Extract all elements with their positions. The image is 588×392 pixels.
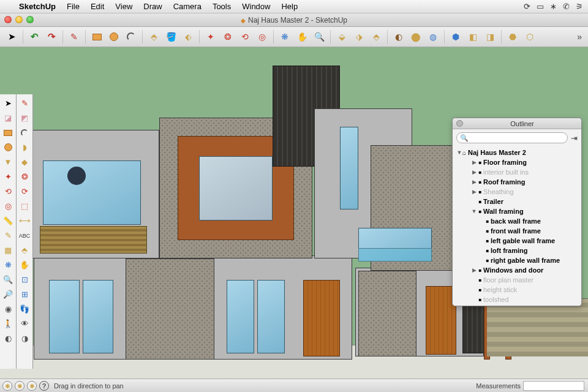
line-tool-button[interactable]: ✎ — [66, 29, 82, 45]
tree-node[interactable]: ▶■interior built ins — [456, 167, 578, 177]
tree-node[interactable]: ▶■Roof framing — [456, 177, 578, 187]
p2-look-button[interactable]: 👁 — [18, 317, 32, 331]
tree-node[interactable]: ■floor plan master — [456, 275, 578, 285]
p1-rect-button[interactable] — [1, 126, 15, 140]
tool-button-2[interactable]: ⬗ — [351, 29, 367, 45]
app-name-menu[interactable]: SketchUp — [13, 2, 61, 11]
tool-button-7[interactable]: ⬢ — [448, 29, 464, 45]
p1-text-button[interactable]: ✎ — [1, 228, 15, 243]
outliner-search-input[interactable] — [456, 132, 568, 143]
p1-move-button[interactable]: ✦ — [1, 170, 15, 184]
menu-file[interactable]: File — [61, 2, 85, 11]
p2-pushpull-button[interactable]: ❂ — [18, 170, 32, 184]
disclosure-icon[interactable]: ▼ — [471, 208, 477, 214]
p2-zoomext-button[interactable]: ⊞ — [18, 287, 32, 301]
tree-node[interactable]: ▼■Wall framing — [456, 206, 578, 216]
disclosure-icon[interactable]: ▼ — [456, 149, 462, 156]
menu-draw[interactable]: Draw — [138, 2, 167, 11]
disclosure-icon[interactable]: ▶ — [471, 159, 477, 165]
p1-section-button[interactable]: ◐ — [1, 331, 15, 345]
zoom-button[interactable] — [26, 16, 34, 23]
tree-node[interactable]: ▶■Sheathing — [456, 187, 578, 197]
arc-tool-button[interactable] — [123, 29, 139, 45]
tree-node[interactable]: ■height stick — [456, 285, 578, 295]
p1-polygon-button[interactable]: ▼ — [1, 155, 15, 169]
p1-tape-button[interactable]: 📏 — [1, 214, 15, 228]
tree-node[interactable]: ■back wall frame — [456, 216, 578, 226]
menu-help[interactable]: Help — [276, 2, 303, 11]
redo-button[interactable]: ↷ — [43, 29, 59, 45]
tree-node[interactable]: ■Trailer — [456, 197, 578, 206]
p1-eraser-button[interactable]: ◪ — [1, 111, 15, 125]
minimize-button[interactable] — [15, 16, 23, 23]
disclosure-icon[interactable]: ▶ — [471, 169, 477, 175]
tree-root[interactable]: ▼ ⌂ Naj Haus Master 2 — [456, 148, 578, 157]
rotate-tool-button[interactable]: ✦ — [203, 29, 219, 45]
p1-camera-button[interactable]: ◉ — [1, 302, 15, 316]
p2-followme-button[interactable]: ⟳ — [18, 184, 32, 198]
wifi-icon[interactable]: ⚞ — [576, 2, 583, 11]
pan-tool-button[interactable]: ✋ — [294, 29, 310, 45]
disclosure-icon[interactable]: ▶ — [471, 267, 477, 273]
p1-prev-button[interactable]: 🔎 — [1, 287, 15, 301]
tool-button-6[interactable]: ◍ — [425, 29, 441, 45]
p1-orbit-button[interactable]: ❋ — [1, 258, 15, 272]
model-viewport[interactable]: ➤ ◪ ▼ ✦ ⟲ ◎ 📏 ✎ ▦ ❋ 🔍 🔎 ◉ 🚶 ◐ ✎ ◩ ◗ ◆ ❂ … — [0, 47, 588, 379]
follow-me-button[interactable]: ❂ — [220, 29, 236, 45]
p2-position-button[interactable]: 👣 — [18, 302, 32, 316]
p2-scale-button[interactable]: ⬚ — [18, 199, 32, 213]
select-tool-button[interactable]: ➤ — [4, 29, 20, 45]
p2-arc-button[interactable] — [18, 126, 32, 140]
tool-button-4[interactable]: ◐ — [391, 29, 407, 45]
p2-line-button[interactable]: ✎ — [18, 96, 32, 110]
outliner-tree[interactable]: ▼ ⌂ Naj Haus Master 2 ▶■Floor framing▶■i… — [453, 146, 581, 306]
status-toggle-2[interactable]: ◉ — [15, 381, 24, 391]
p1-zoom-button[interactable]: 🔍 — [1, 273, 15, 287]
help-button[interactable]: ? — [39, 381, 49, 391]
p2-dim-button[interactable]: ⟷ — [18, 214, 32, 228]
p1-walk-button[interactable]: 🚶 — [1, 317, 15, 331]
tree-node[interactable]: ▶■Floor framing — [456, 157, 578, 167]
tree-node[interactable]: ▶■Windows and door — [456, 265, 578, 275]
status-toggle-3[interactable]: ◉ — [27, 381, 37, 391]
undo-button[interactable]: ↶ — [26, 29, 42, 45]
measurements-input[interactable] — [523, 381, 584, 391]
rectangle-tool-button[interactable] — [89, 29, 105, 45]
orbit-tool-button[interactable]: ❋ — [277, 29, 293, 45]
status-toggle-1[interactable]: ◉ — [2, 381, 12, 391]
tool-button-10[interactable]: ⬣ — [505, 29, 521, 45]
disclosure-icon[interactable]: ▶ — [471, 179, 477, 185]
tree-node[interactable]: ■left gable wall frame — [456, 236, 578, 246]
paint-bucket-button[interactable]: 🪣 — [163, 29, 179, 45]
tool-button-1[interactable]: ⬙ — [334, 29, 350, 45]
offset-tool-button[interactable]: ◎ — [254, 29, 270, 45]
tool-button-8[interactable]: ◧ — [465, 29, 481, 45]
menu-window[interactable]: Window — [236, 2, 276, 11]
toolbar-overflow-button[interactable]: » — [577, 32, 584, 42]
scale-tool-button[interactable]: ⟲ — [237, 29, 253, 45]
p2-zoomwin-button[interactable]: ⊡ — [18, 273, 32, 287]
p1-select-button[interactable]: ➤ — [1, 96, 15, 110]
outliner-titlebar[interactable]: Outliner — [453, 118, 581, 129]
tool-button-5[interactable]: ⬤ — [408, 29, 424, 45]
p2-3dtext-button[interactable]: ◆ — [18, 155, 32, 169]
menu-camera[interactable]: Camera — [168, 2, 207, 11]
menu-view[interactable]: View — [110, 2, 138, 11]
p2-freehand-button[interactable]: ◩ — [18, 111, 32, 125]
p1-offset-button[interactable]: ◎ — [1, 199, 15, 213]
p2-axes-button[interactable]: ⬘ — [18, 243, 32, 257]
circle-tool-button[interactable] — [106, 29, 122, 45]
p1-circle-button[interactable] — [1, 140, 15, 154]
sync-icon[interactable]: ⟳ — [524, 2, 530, 11]
move-tool-button[interactable]: ⬖ — [180, 29, 196, 45]
p2-extra-button[interactable]: ◑ — [18, 331, 32, 345]
p2-pie-button[interactable]: ◗ — [18, 140, 32, 154]
phone-icon[interactable]: ✆ — [563, 2, 570, 11]
tool-button-11[interactable]: ⬡ — [522, 29, 538, 45]
menu-edit[interactable]: Edit — [85, 2, 110, 11]
tree-node[interactable]: ■front wall frame — [456, 226, 578, 236]
close-button[interactable] — [4, 16, 12, 23]
outliner-close-button[interactable] — [456, 120, 463, 127]
outliner-options-button[interactable]: ⇥ — [571, 134, 578, 143]
bluetooth-icon[interactable]: ∗ — [550, 2, 557, 11]
